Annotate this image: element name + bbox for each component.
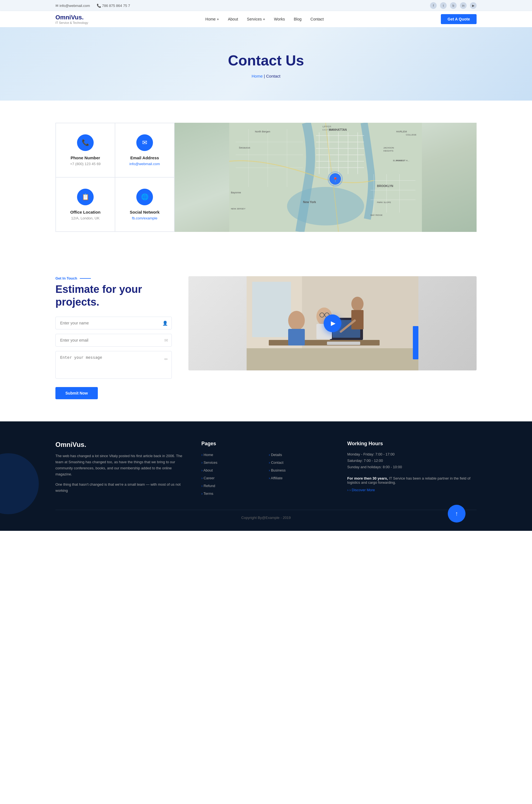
svg-text:PARK SLOPE: PARK SLOPE	[377, 201, 391, 204]
email-card-value: info@webmail.com	[124, 162, 166, 166]
svg-text:BAY RIDGE: BAY RIDGE	[370, 214, 383, 216]
location-card-value: 12/A, London, UK	[64, 216, 107, 220]
email-card-icon: ✉	[136, 134, 153, 151]
svg-text:HARLEM: HARLEM	[396, 130, 407, 133]
email-input[interactable]	[55, 334, 172, 347]
map-svg: MANHATTAN UPPER EAST SIDE BROOKLYN North…	[174, 123, 477, 232]
footer-links-grid: Home Services About Career Refund Terms …	[202, 452, 331, 499]
nav-home[interactable]: Home +	[205, 17, 219, 22]
contact-card-phone: 📞 Phone Number +7 (800) 123 45 69	[56, 123, 115, 177]
footer-desc1: The web has changed a lot since Vitaly p…	[55, 453, 185, 477]
nav-links: Home + About Services + Works Blog Conta…	[205, 17, 324, 22]
behance-icon[interactable]: b	[450, 2, 457, 9]
footer-hours-0: Monday - Friday: 7:00 - 17:00	[347, 452, 477, 456]
footer-working-col: Working Hours Monday - Friday: 7:00 - 17…	[347, 441, 477, 499]
email-card-title: Email Address	[124, 155, 166, 160]
facebook-icon[interactable]: f	[430, 2, 437, 9]
breadcrumb: Home | Contact	[55, 74, 477, 78]
twitter-icon[interactable]: t	[440, 2, 446, 9]
brand-tagline: IT Service & Technology	[55, 21, 88, 24]
brand-name: OmniVus.	[55, 14, 88, 21]
top-bar: ✉ info@webmail.com 📞 786 875 864 75 7 f …	[0, 0, 532, 11]
svg-text:NEW JERSEY: NEW JERSEY	[231, 208, 246, 210]
footer-link-refund[interactable]: Refund	[202, 483, 263, 488]
svg-text:UPPER: UPPER	[322, 125, 331, 128]
message-icon: ✏	[164, 357, 168, 362]
footer-hours-1: Saturday: 7:00 - 12:00	[347, 459, 477, 463]
contact-section: 📞 Phone Number +7 (800) 123 45 69 ✉ Emai…	[0, 100, 532, 254]
email-icon: ✉	[55, 4, 58, 8]
name-field-group: 👤	[55, 317, 172, 329]
estimate-left: Get In Touch Estimate for your projects.…	[55, 276, 172, 399]
footer-working-desc: For more then 30 years, IT Service has b…	[347, 476, 477, 484]
footer-link-services[interactable]: Services	[202, 460, 263, 465]
scroll-top-button[interactable]	[448, 505, 466, 522]
nav-blog[interactable]: Blog	[294, 17, 302, 22]
hero-banner: Contact Us Home | Contact	[0, 27, 532, 100]
svg-text:BROOKLYN: BROOKLYN	[377, 185, 393, 188]
deco-circle-left	[0, 453, 39, 514]
discover-more-link[interactable]: › Discover More	[347, 488, 375, 492]
svg-text:FOREST H...: FOREST H...	[396, 159, 410, 162]
contact-card-social: 🌐 Social Network fb.com/example	[115, 177, 174, 232]
map: MANHATTAN UPPER EAST SIDE BROOKLYN North…	[174, 123, 477, 232]
phone-card-title: Phone Number	[64, 155, 107, 160]
svg-text:HEIGHTS: HEIGHTS	[383, 150, 394, 152]
nav-works[interactable]: Works	[274, 17, 285, 22]
svg-text:New York: New York	[303, 200, 316, 204]
svg-text:Secaucus: Secaucus	[239, 146, 250, 149]
email-field-group: ✉	[55, 334, 172, 347]
social-card-icon: 🌐	[136, 189, 153, 205]
footer-link-business[interactable]: Business	[269, 468, 330, 473]
nav-about[interactable]: About	[228, 17, 238, 22]
contact-cards: 📞 Phone Number +7 (800) 123 45 69 ✉ Emai…	[55, 123, 174, 232]
social-card-title: Social Network	[124, 210, 166, 214]
footer-link-home[interactable]: Home	[202, 452, 263, 457]
top-bar-contact: ✉ info@webmail.com 📞 786 875 864 75 7	[55, 4, 130, 8]
phone-info: 📞 786 875 864 75 7	[97, 4, 130, 8]
submit-button[interactable]: Submit Now	[55, 387, 98, 399]
section-tag: Get In Touch	[55, 276, 172, 280]
footer-link-career[interactable]: Career	[202, 475, 263, 480]
get-quote-button[interactable]: Get A Quote	[441, 14, 477, 24]
estimate-section: Get In Touch Estimate for your projects.…	[0, 254, 532, 421]
footer-pages-col: Pages Home Services About Career Refund …	[202, 441, 331, 499]
estimate-title: Estimate for your projects.	[55, 283, 172, 308]
nav-contact[interactable]: Contact	[310, 17, 324, 22]
footer-discover: › Discover More	[347, 487, 477, 492]
contact-grid: 📞 Phone Number +7 (800) 123 45 69 ✉ Emai…	[55, 123, 477, 232]
email-text: info@webmail.com	[60, 4, 90, 8]
location-card-icon: 📋	[77, 189, 94, 205]
svg-text:📍: 📍	[332, 177, 338, 183]
message-input[interactable]	[55, 351, 172, 379]
video-thumbnail[interactable]	[188, 276, 477, 370]
nav-services[interactable]: Services +	[247, 17, 265, 22]
phone-icon: 📞	[97, 4, 101, 8]
email-form-icon: ✉	[164, 338, 168, 343]
svg-text:JACKSON: JACKSON	[383, 147, 394, 149]
phone-card-icon: 📞	[77, 134, 94, 151]
footer-link-details[interactable]: Details	[269, 452, 330, 457]
footer-link-affiliate[interactable]: Affiliate	[269, 475, 330, 480]
footer-grid: OmniVus. The web has changed a lot since…	[55, 441, 477, 499]
contact-card-location: 📋 Office Location 12/A, London, UK	[56, 177, 115, 232]
youtube-icon[interactable]: ▶	[470, 2, 477, 9]
breadcrumb-separator: |	[264, 74, 265, 78]
footer-desc2: One thing that hasn't changed is that we…	[55, 481, 185, 494]
footer-pages-title: Pages	[202, 441, 331, 446]
copyright-text: Copyright By@Example - 2019	[241, 516, 291, 520]
footer-link-contact[interactable]: Contact	[269, 460, 330, 465]
footer: OmniVus. The web has changed a lot since…	[0, 421, 532, 531]
play-button[interactable]	[324, 314, 341, 332]
name-input[interactable]	[55, 317, 172, 329]
social-icons: f t b in ▶	[430, 2, 477, 9]
footer-link-terms[interactable]: Terms	[202, 491, 263, 496]
footer-links-col2: Details Contact Business Affiliate	[269, 452, 330, 499]
page-title: Contact Us	[55, 52, 477, 69]
svg-text:EAST SIDE: EAST SIDE	[322, 129, 334, 131]
linkedin-icon[interactable]: in	[460, 2, 467, 9]
svg-text:Bayonne: Bayonne	[231, 191, 241, 194]
breadcrumb-current: Contact	[266, 74, 280, 78]
footer-link-about[interactable]: About	[202, 468, 263, 473]
breadcrumb-home[interactable]: Home	[252, 74, 263, 78]
